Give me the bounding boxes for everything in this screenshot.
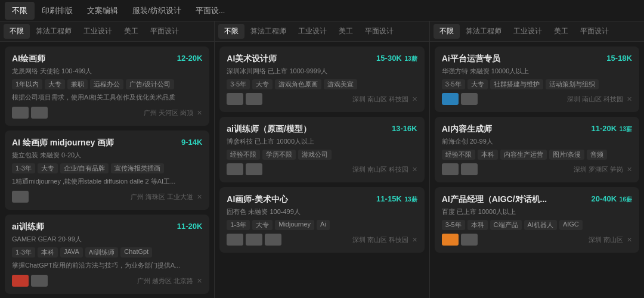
tag: 本科 — [478, 150, 498, 160]
avatars — [12, 191, 29, 203]
avatar — [442, 163, 459, 175]
job-card[interactable]: Ai平台运营专员15-18K华强方特 未融资 10000人以上3-5年大专社群搭… — [435, 46, 639, 112]
job-card[interactable]: AI 绘画师 midjourney 画师9-14K捷立包装 未融资 0-20人1… — [5, 131, 209, 210]
header-tab[interactable]: 不限 — [5, 2, 35, 20]
tag: AI训练师 — [85, 247, 118, 257]
tag: AIGC — [559, 220, 583, 230]
location: 广州 天河区 岗顶✕ — [144, 108, 202, 117]
close-icon[interactable]: ✕ — [412, 236, 417, 244]
job-desc: 根据公司项目需求，使用AI相关工具创作及优化美术品质 — [12, 93, 202, 102]
card-bottom: 深圳 南山区 科技园✕ — [227, 163, 417, 175]
tag: 游戏公司 — [298, 150, 332, 160]
job-desc: 1精通midjourney ,能使用stable diffusion dalle… — [12, 177, 202, 186]
avatar — [12, 107, 29, 119]
job-card[interactable]: AI画师-美术中心11-15K 13薪固有色 未融资 100-499人1-3年大… — [219, 187, 424, 253]
location: 广州 越秀区 北京路✕ — [137, 277, 202, 285]
avatars — [442, 234, 478, 246]
col-tab[interactable]: 算法工程师 — [30, 24, 78, 39]
company-info: GAMER GEAR 20-99人 — [12, 235, 202, 244]
col-tab[interactable]: 美工 — [333, 24, 359, 39]
column-1: 不限算法工程师工业设计美工平面设计AI美术设计师15-30K 13薪深圳冰川网络… — [215, 21, 429, 298]
close-icon[interactable]: ✕ — [627, 95, 632, 103]
job-card[interactable]: AI绘画师12-20K龙辰网络 天使轮 100-499人1年以内大专兼职远程办公… — [5, 46, 209, 126]
company-info: 百度 已上市 10000人以上 — [442, 207, 632, 216]
avatars — [12, 275, 48, 287]
company-info: 深圳冰川网络 已上市 1000-9999人 — [227, 67, 417, 76]
tag: AI机器人 — [524, 220, 557, 230]
col-tab[interactable]: 平面设计 — [144, 24, 185, 39]
column-0: 不限算法工程师工业设计美工平面设计AI绘画师12-20K龙辰网络 天使轮 100… — [0, 21, 215, 298]
close-icon[interactable]: ✕ — [627, 236, 632, 244]
job-salary: 11-20K 13薪 — [591, 124, 632, 134]
job-salary: 20-40K 16薪 — [591, 194, 632, 204]
avatar — [461, 234, 478, 246]
tags-row: 1年以内大专兼职远程办公广告/设计公司 — [12, 79, 202, 89]
col-tab[interactable]: 工业设计 — [507, 24, 548, 39]
salary-suffix: 16薪 — [618, 196, 632, 203]
job-card[interactable]: AI内容生成师11-20K 13薪前海企创 20-99人经验不限本科内容生产运营… — [435, 117, 639, 182]
job-salary: 11-15K 13薪 — [376, 194, 417, 204]
column-2: 不限算法工程师工业设计美工平面设计Ai平台运营专员15-18K华强方特 未融资 … — [430, 21, 644, 298]
close-icon[interactable]: ✕ — [412, 166, 417, 173]
tags-row: 3-5年大专社群搭建与维护活动策划与组织 — [442, 79, 632, 89]
tag: 大专 — [252, 79, 273, 89]
avatar — [442, 234, 459, 246]
col-tabs-1: 不限算法工程师工业设计美工平面设计 — [215, 21, 429, 42]
tag: 大专 — [38, 163, 58, 173]
avatar — [442, 93, 459, 105]
card-top-row: ai训练师（原画/模型）13-16K — [227, 124, 417, 135]
tag: 学历不限 — [262, 150, 296, 160]
job-card[interactable]: AI产品经理（AIGC/对话机...20-40K 16薪百度 已上市 10000… — [435, 187, 639, 253]
col-tab[interactable]: 工业设计 — [78, 24, 118, 39]
avatars — [227, 163, 262, 175]
tag: 兼职 — [67, 79, 88, 89]
avatar — [227, 93, 243, 105]
col-tab[interactable]: 不限 — [218, 24, 244, 39]
col-tab[interactable]: 不限 — [434, 24, 460, 39]
location: 深圳 南山区✕ — [589, 235, 632, 244]
col-tab[interactable]: 算法工程师 — [460, 24, 507, 39]
tags-row: 3-5年大专游戏角色原画游戏美宣 — [227, 79, 417, 89]
col-tab[interactable]: 不限 — [4, 24, 30, 39]
col-tab[interactable]: 工业设计 — [292, 24, 333, 39]
tag: 图片/条漫 — [549, 150, 584, 160]
card-top-row: ai训练师11-20K — [12, 222, 202, 232]
close-icon[interactable]: ✕ — [627, 166, 632, 173]
card-bottom: 深圳 南山区✕ — [442, 234, 632, 246]
avatars — [12, 107, 48, 119]
col-tab[interactable]: 算法工程师 — [244, 24, 292, 39]
job-card[interactable]: ai训练师11-20KGAMER GEAR 20-99人1-3年本科JAVAAI… — [5, 215, 209, 294]
close-icon[interactable]: ✕ — [197, 109, 202, 117]
close-icon[interactable]: ✕ — [412, 95, 417, 103]
job-title: AI内容生成师 — [442, 124, 575, 135]
tag: 音频 — [587, 150, 607, 160]
close-icon[interactable]: ✕ — [197, 277, 202, 285]
avatar — [31, 107, 48, 119]
col-tab[interactable]: 平面设计 — [359, 24, 400, 39]
col-tabs-2: 不限算法工程师工业设计美工平面设计 — [430, 21, 644, 42]
col-tab[interactable]: 美工 — [548, 24, 574, 39]
company-info: 龙辰网络 天使轮 100-499人 — [12, 67, 202, 76]
tag: 1-3年 — [12, 247, 35, 257]
header-tab[interactable]: 平面设... — [188, 2, 233, 20]
avatar — [31, 275, 48, 287]
tag: 大专 — [45, 79, 65, 89]
card-top-row: AI产品经理（AIGC/对话机...20-40K 16薪 — [442, 194, 632, 205]
salary-suffix: 13薪 — [403, 196, 417, 203]
card-bottom: 广州 越秀区 北京路✕ — [12, 275, 202, 287]
tag: Ai — [317, 220, 330, 230]
job-card[interactable]: ai训练师（原画/模型）13-16K博彦科技 已上市 10000人以上经验不限学… — [219, 117, 424, 182]
card-bottom: 广州 天河区 岗顶✕ — [12, 107, 202, 119]
tag: 3-5年 — [442, 79, 465, 89]
col-tab[interactable]: 平面设计 — [574, 24, 615, 39]
header-tab[interactable]: 服装/纺织设计 — [125, 2, 188, 20]
header-tab[interactable]: 文案编辑 — [80, 2, 125, 20]
close-icon[interactable]: ✕ — [197, 193, 202, 201]
tag: C端产品 — [490, 220, 522, 230]
job-desc: 掌握ChatGPT应用的前沿方法与技巧，为业务部门提供A... — [12, 261, 202, 270]
col-tab[interactable]: 美工 — [118, 24, 144, 39]
job-card[interactable]: AI美术设计师15-30K 13薪深圳冰川网络 已上市 1000-9999人3-… — [219, 46, 424, 112]
header-tab[interactable]: 印刷排版 — [35, 2, 80, 20]
tag: 本科 — [38, 247, 58, 257]
avatars — [442, 93, 478, 105]
